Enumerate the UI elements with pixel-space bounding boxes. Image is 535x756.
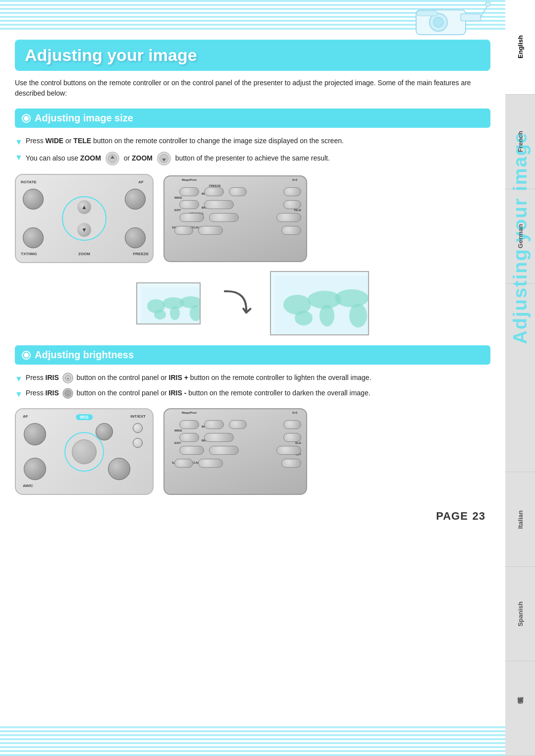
iris-center-label: IRIS	[76, 414, 93, 420]
remote-tele-button	[283, 200, 301, 209]
control-panel-illustration: ROTATE AF TXT/IMG ZOOM FREEZE ▲	[15, 174, 154, 263]
svg-text:-: -	[67, 392, 68, 396]
section1-dot	[23, 115, 30, 122]
world-map-large	[270, 271, 369, 335]
txt-img-button	[23, 227, 44, 248]
page-title: Adjusting your image	[25, 46, 481, 65]
zoom-up-icon	[105, 151, 120, 166]
section1-image-row: ROTATE AF TXT/IMG ZOOM FREEZE ▲	[15, 174, 490, 263]
zoom-down-button: ▼	[77, 223, 91, 237]
section1-bullet2: ▼ You can also use ZOOM or ZOOM button o…	[15, 151, 490, 166]
iris-intext-label: INT/EXT	[130, 414, 146, 419]
iris-minus-icon: -	[62, 388, 73, 399]
iris-plus-icon: +	[62, 373, 73, 383]
iris-panel-illustration: AF INT/EXT IRIS AWIC	[15, 408, 154, 495]
intro-text: Use the control buttons on the remote co…	[15, 78, 490, 99]
remote-exit-button	[179, 200, 199, 209]
page-title-bar: Adjusting your image	[15, 40, 490, 71]
svg-point-22	[295, 311, 313, 325]
iris-awic-label: AWIC	[23, 484, 33, 488]
svg-rect-6	[417, 11, 437, 16]
main-content: Adjusting your image Use the control but…	[0, 0, 505, 542]
remote-ntscpal-button	[179, 213, 204, 222]
section1-bullet1: ▼ Press WIDE or TELE button on the remot…	[15, 136, 490, 148]
freeze-button	[125, 227, 146, 248]
world-map-small	[136, 282, 201, 324]
svg-point-17	[170, 306, 180, 320]
page-label: PAGE	[436, 510, 468, 522]
iris-center-button	[72, 439, 97, 464]
sidebar-lang-english[interactable]: English	[505, 0, 535, 95]
sidebar-lang-japanese[interactable]: 日本語	[505, 661, 535, 756]
zoom-label: ZOOM	[78, 252, 90, 256]
remote-freeze-button	[204, 187, 224, 196]
bullet-triangle-icon-4: ▼	[15, 388, 23, 400]
rotate-label: ROTATE	[21, 180, 37, 184]
remote-controller-illustration: Mega/Posi 3×3 FREEZE ROTATE WIDE BRIGHT …	[163, 175, 307, 262]
curved-arrow-svg	[213, 280, 259, 326]
iris-af-label: AF	[23, 414, 28, 419]
svg-point-26	[349, 304, 367, 327]
remote-bright2-button	[209, 213, 239, 222]
device-sketch-icon	[411, 0, 490, 40]
remote-save-button	[174, 226, 193, 235]
remote-3x3-button	[229, 187, 247, 196]
rotate-button	[23, 189, 44, 210]
page-number: 23	[473, 510, 485, 522]
sidebar-lang-spanish[interactable]: Spanish	[505, 567, 535, 661]
svg-point-15	[154, 310, 166, 320]
iris-bottom-left-button	[24, 458, 46, 480]
bullet-triangle-icon-2: ▼	[15, 152, 23, 163]
remote-bright-button	[204, 200, 234, 209]
remote-wide-button	[179, 187, 199, 196]
section2-image-row: AF INT/EXT IRIS AWIC Mega/Posi 3×3 WIDE …	[15, 408, 490, 495]
section2-title: Adjusting brightness	[35, 349, 134, 361]
txt-img-label: TXT/IMG	[21, 252, 37, 256]
world-map-small-svg	[141, 287, 201, 324]
section2-dot	[23, 352, 30, 359]
remote-controller-illustration-2: Mega/Posi 3×3 WIDE BRIGHT + ROTATE EXIT …	[163, 408, 307, 495]
bottom-stripe	[0, 726, 535, 756]
remote-preset-button	[276, 213, 301, 222]
page-footer: PAGE 23	[15, 510, 490, 523]
section1-header: Adjusting image size	[15, 108, 490, 128]
remote-rotate-button	[283, 187, 301, 196]
map-row	[15, 271, 490, 335]
svg-rect-3	[461, 14, 481, 21]
svg-point-24	[320, 305, 334, 326]
remote-recall-button	[198, 226, 223, 235]
svg-text:+: +	[66, 377, 69, 381]
zoom-up-button: ▲	[77, 200, 91, 214]
section2-header: Adjusting brightness	[15, 345, 490, 365]
af-label: AF	[138, 180, 144, 184]
iris-af-button	[24, 423, 46, 445]
bullet-triangle-icon-3: ▼	[15, 373, 23, 385]
zoom-down-icon	[157, 151, 171, 166]
svg-point-5	[485, 1, 490, 6]
section2-bullet1: ▼ Press IRIS + button on the control pan…	[15, 373, 490, 385]
svg-line-4	[481, 5, 488, 17]
svg-point-2	[433, 17, 443, 27]
section2-bullet2: ▼ Press IRIS - button on the control pan…	[15, 388, 490, 400]
af-button	[125, 189, 146, 210]
sidebar-lang-italian[interactable]: Italian	[505, 472, 535, 567]
freeze-label: FREEZE	[133, 252, 149, 256]
zoom-arrow-icon	[213, 280, 259, 326]
top-area	[15, 0, 490, 35]
iris-bottom-right-button	[108, 458, 130, 480]
section1-title: Adjusting image size	[35, 112, 133, 124]
world-map-large-svg	[275, 276, 369, 335]
remote-save2-button	[281, 226, 301, 235]
right-sidebar: Adjusting your image English French Germ…	[505, 0, 535, 756]
svg-point-25	[335, 289, 369, 307]
iris-right-top-button	[96, 423, 113, 440]
iris-intext-button	[133, 423, 143, 433]
zoom-ring: ▲ ▼	[62, 196, 107, 241]
bullet-triangle-icon: ▼	[15, 136, 23, 148]
iris-intext-button2	[133, 438, 143, 448]
